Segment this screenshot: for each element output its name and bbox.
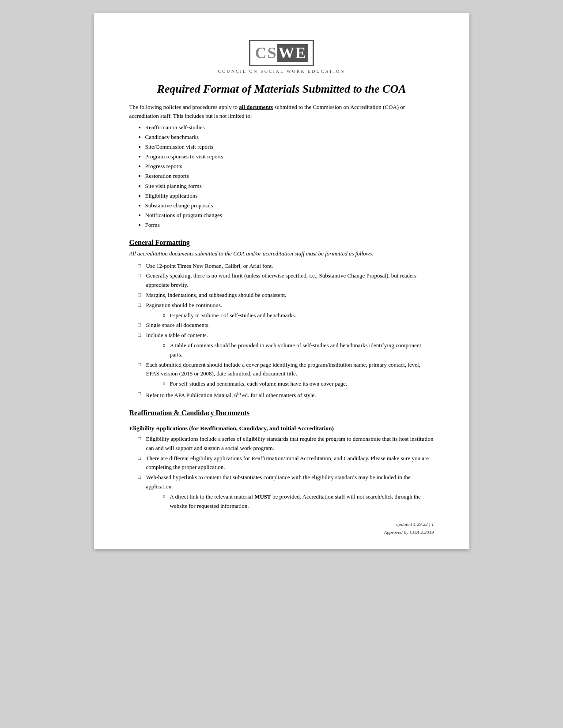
logo-we: WE	[277, 44, 308, 62]
apa-text: Refer to the APA Publication Manual, 6th…	[146, 392, 316, 398]
intro-bold: all documents	[239, 104, 273, 110]
list-item: Eligibility applications	[145, 191, 434, 201]
footer-updated: updated 4.29.22 | 1	[384, 521, 434, 529]
list-item: Reaffirmation self-studies	[145, 123, 434, 132]
section-subtitle-general: All accreditation documents submitted to…	[129, 249, 434, 258]
logo-text: CSWE	[255, 44, 308, 62]
must-bold: MUST	[254, 493, 271, 500]
list-item: There are different eligibility applicat…	[138, 454, 434, 473]
list-item: Margins, indentations, and subheadings s…	[138, 291, 434, 300]
list-item: Web-based hyperlinks to content that sub…	[138, 473, 434, 510]
list-item: Notifications of program changes	[145, 210, 434, 220]
document-header: CSWE Council on Social Work Education	[129, 40, 434, 74]
list-item: Include a table of contents. A table of …	[138, 331, 434, 359]
list-item: Restoration reports	[145, 171, 434, 181]
section-general-formatting: General Formatting All accreditation doc…	[129, 239, 434, 400]
list-item: Use 12-point Times New Roman, Calibri, o…	[138, 262, 434, 271]
list-item: Each submitted document should include a…	[138, 360, 434, 389]
general-formatting-list: Use 12-point Times New Roman, Calibri, o…	[138, 262, 434, 400]
list-item: Candidacy benchmarks	[145, 132, 434, 142]
section-title-general: General Formatting	[129, 239, 434, 247]
intro-paragraph: The following policies and procedures ap…	[129, 103, 434, 120]
subsection-eligibility: Eligibility Applications (for Reaffirmat…	[129, 425, 434, 510]
list-item: Progress reports	[145, 161, 434, 171]
logo-box: CSWE	[249, 40, 314, 66]
subsection-title-eligibility: Eligibility Applications (for Reaffirmat…	[129, 425, 434, 432]
section-reaffirmation: Reaffirmation & Candidacy Documents Elig…	[129, 409, 434, 510]
list-item: Site visit planning forms	[145, 181, 434, 191]
list-item: Program responses to visit reports	[145, 152, 434, 161]
intro-bullet-list: Reaffirmation self-studies Candidacy ben…	[145, 123, 434, 230]
list-item: Eligibility applications include a serie…	[138, 435, 434, 453]
document-footer: updated 4.29.22 | 1 Approved by COA 2.20…	[384, 521, 434, 536]
list-item: Especially in Volume I of self-studies a…	[162, 311, 434, 320]
main-title: Required Format of Materials Submitted t…	[129, 83, 434, 96]
list-item: A direct link to the relevant material M…	[162, 492, 434, 511]
section-title-reaffirmation: Reaffirmation & Candidacy Documents	[129, 409, 434, 417]
list-item: Generally speaking, there is no word lim…	[138, 271, 434, 290]
org-name: Council on Social Work Education	[129, 69, 434, 74]
list-item: A table of contents should be provided i…	[162, 341, 434, 360]
list-item: Site/Commission visit reports	[145, 142, 434, 152]
sub-list: A direct link to the relevant material M…	[162, 492, 434, 511]
sub-list: Especially in Volume I of self-studies a…	[162, 311, 434, 320]
list-item: Refer to the APA Publication Manual, 6th…	[138, 390, 434, 400]
list-item: Pagination should be continuous. Especia…	[138, 301, 434, 320]
eligibility-list: Eligibility applications include a serie…	[138, 435, 434, 510]
list-item: Substantive change proposals	[145, 201, 434, 210]
list-item: For self-studies and benchmarks, each vo…	[162, 379, 434, 389]
sub-list: A table of contents should be provided i…	[162, 341, 434, 360]
sub-list: For self-studies and benchmarks, each vo…	[162, 379, 434, 389]
intro-text-before: The following policies and procedures ap…	[129, 104, 239, 110]
list-item: Forms	[145, 220, 434, 230]
logo-cs: CS	[255, 44, 277, 62]
document-page: CSWE Council on Social Work Education Re…	[94, 13, 469, 549]
footer-approved: Approved by COA 2.2019	[384, 529, 434, 537]
list-item: Single space all documents.	[138, 321, 434, 330]
